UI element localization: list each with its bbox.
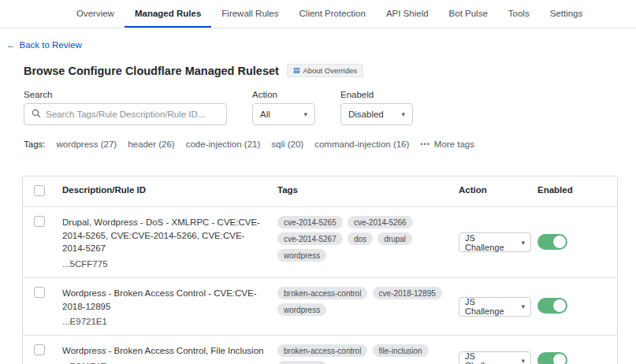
select-all-checkbox[interactable]: [34, 185, 45, 196]
tag-pill[interactable]: cve-2014-5265: [277, 216, 343, 228]
nav-tabs: Overview Managed Rules Firewall Rules Cl…: [66, 0, 540, 28]
enabled-toggle[interactable]: [537, 352, 567, 364]
row-action-value: JS Challenge: [465, 297, 515, 316]
tag-filter-wordpress[interactable]: wordpress (27): [57, 139, 117, 149]
table-row: Wordpress - Broken Access Control - CVE:…: [23, 278, 617, 336]
back-link-label: Back to Review: [20, 40, 82, 50]
page-title: Browse Configure Cloudflare Managed Rule…: [24, 65, 279, 77]
row-checkbox[interactable]: [34, 344, 45, 355]
row-checkbox[interactable]: [34, 287, 45, 298]
tab-api-shield[interactable]: API Shield: [376, 0, 439, 28]
filters-bar: Search Action All ▾ Enabeld Disabled ▾: [24, 90, 617, 125]
ellipsis-icon: •••: [420, 140, 430, 148]
back-arrow-icon: ←: [6, 40, 16, 50]
document-icon: ▤: [293, 67, 300, 74]
tab-firewall-rules[interactable]: Firewall Rules: [211, 0, 288, 28]
header-enabled: Enabled: [533, 176, 618, 203]
row-checkbox[interactable]: [34, 216, 45, 227]
table-header-row: Description/Rule ID Tags Action Enabled: [23, 176, 617, 207]
search-icon: [32, 109, 41, 121]
header-action: Action: [454, 176, 533, 203]
tag-pill[interactable]: broken-access-control: [277, 287, 367, 299]
tag-pill[interactable]: wordpress: [277, 249, 326, 262]
search-input-wrapper: [24, 103, 227, 125]
tag-pill[interactable]: cve-2014-5266: [348, 216, 413, 228]
row-action-value: JS Challenge: [465, 233, 515, 252]
more-tags-link[interactable]: ••• More tags: [420, 139, 474, 149]
tab-settings[interactable]: Settings: [540, 0, 593, 28]
action-filter-select[interactable]: All ▾: [252, 103, 315, 125]
rule-description: Wordpress - Broken Access Control, File …: [62, 344, 265, 358]
tag-filter-command-injection[interactable]: command-injection (16): [314, 139, 409, 149]
tab-client-protection[interactable]: Client Protection: [289, 0, 376, 28]
search-input[interactable]: [46, 110, 219, 119]
tab-tools[interactable]: Tools: [498, 0, 540, 28]
tag-pill[interactable]: drupal: [378, 232, 412, 245]
tags-label: Tags:: [24, 139, 46, 149]
rule-description: Drupal, Wordpress - DoS - XMLRPC - CVE:C…: [62, 216, 265, 255]
rule-id: ...5CFF775: [62, 259, 265, 269]
tab-managed-rules[interactable]: Managed Rules: [125, 0, 211, 28]
action-filter-value: All: [260, 110, 270, 119]
tag-pill[interactable]: file-inclusion: [373, 344, 429, 357]
more-tags-label: More tags: [434, 139, 474, 149]
enabled-toggle[interactable]: [537, 234, 567, 250]
header-description: Description/Rule ID: [58, 176, 273, 203]
rules-table: Description/Rule ID Tags Action Enabled …: [22, 176, 618, 364]
tag-filter-header[interactable]: header (26): [128, 139, 174, 149]
action-filter: Action All ▾: [252, 90, 315, 125]
toggle-knob: [553, 236, 566, 248]
top-navigation: Overview Managed Rules Firewall Rules Cl…: [0, 0, 636, 28]
tag-pill[interactable]: broken-access-control: [277, 344, 367, 357]
search-label: Search: [24, 90, 227, 99]
tab-overview[interactable]: Overview: [66, 0, 125, 28]
action-filter-label: Action: [252, 90, 315, 99]
rule-id: ...E9721E1: [62, 317, 265, 326]
title-row: Browse Configure Cloudflare Managed Rule…: [24, 64, 617, 77]
chevron-down-icon: ▾: [401, 110, 405, 118]
tag-pill[interactable]: wordpress: [277, 361, 326, 364]
row-action-select[interactable]: JS Challenge ▾: [459, 232, 531, 252]
enabled-filter-value: Disabled: [348, 110, 384, 119]
row-action-select[interactable]: JS Challenge ▾: [459, 351, 531, 364]
about-overrides-label: About Overrides: [303, 66, 357, 75]
chevron-down-icon: ▾: [521, 357, 525, 364]
toggle-knob: [553, 354, 566, 364]
chevron-down-icon: ▾: [521, 239, 525, 247]
enabled-filter: Enabeld Disabled ▾: [340, 90, 413, 125]
table-row: Wordpress - Broken Access Control, File …: [23, 336, 617, 364]
tag-pill[interactable]: dos: [348, 232, 373, 245]
search-filter: Search: [24, 90, 227, 125]
tag-pill[interactable]: wordpress: [277, 303, 326, 316]
toggle-knob: [553, 299, 566, 312]
header-tags: Tags: [273, 176, 454, 203]
rule-description: Wordpress - Broken Access Control - CVE:…: [62, 287, 265, 313]
row-action-value: JS Challenge: [465, 351, 515, 364]
table-row: Drupal, Wordpress - DoS - XMLRPC - CVE:C…: [23, 207, 617, 278]
row-action-select[interactable]: JS Challenge ▾: [459, 297, 531, 317]
tag-pill[interactable]: cve-2018-12895: [373, 287, 442, 299]
chevron-down-icon: ▾: [521, 303, 525, 310]
tag-filter-sqli[interactable]: sqli (20): [271, 139, 303, 149]
enabled-toggle[interactable]: [537, 298, 567, 314]
tab-bot-pulse[interactable]: Bot Pulse: [439, 0, 498, 28]
chevron-down-icon: ▾: [303, 110, 307, 118]
tag-filter-code-injection[interactable]: code-injection (21): [186, 139, 261, 149]
enabled-filter-select[interactable]: Disabled ▾: [340, 103, 413, 125]
about-overrides-badge[interactable]: ▤ About Overrides: [287, 64, 363, 77]
tag-pill[interactable]: cve-2014-5267: [277, 232, 343, 245]
enabled-filter-label: Enabeld: [340, 90, 413, 99]
back-to-review-link[interactable]: ← Back to Review: [6, 40, 82, 50]
tags-filter-row: Tags: wordpress (27) header (26) code-in…: [24, 139, 617, 149]
